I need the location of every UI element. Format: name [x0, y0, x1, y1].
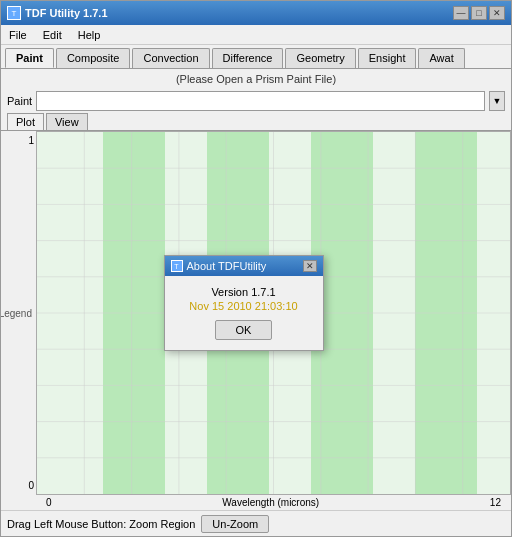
- content-area: (Please Open a Prism Paint File) Paint ▼…: [1, 68, 511, 536]
- menubar: File Edit Help: [1, 25, 511, 45]
- tab-difference[interactable]: Difference: [212, 48, 284, 68]
- legend: Legend: [3, 308, 34, 319]
- menu-edit[interactable]: Edit: [39, 28, 66, 42]
- app-icon: T: [7, 6, 21, 20]
- plot-area[interactable]: T About TDFUtility ✕ Version 1.7.1 Nov 1…: [36, 131, 511, 495]
- main-tabs: Paint Composite Convection Difference Ge…: [1, 45, 511, 68]
- y-axis-max: 1: [3, 135, 34, 146]
- paint-dropdown[interactable]: ▼: [489, 91, 505, 111]
- paint-label: Paint: [7, 95, 32, 107]
- title-bar: T TDF Utility 1.7.1 — □ ✕: [1, 1, 511, 25]
- dialog-content: Version 1.7.1 Nov 15 2010 21:03:10 OK: [165, 276, 323, 350]
- about-dialog: T About TDFUtility ✕ Version 1.7.1 Nov 1…: [164, 255, 324, 351]
- tab-paint[interactable]: Paint: [5, 48, 54, 68]
- dialog-date: Nov 15 2010 21:03:10: [175, 300, 313, 312]
- y-axis: 1 Legend 0: [1, 131, 36, 495]
- paint-row: Paint ▼: [1, 89, 511, 113]
- close-button[interactable]: ✕: [489, 6, 505, 20]
- status-bar: Drag Left Mouse Button: Zoom Region Un-Z…: [1, 510, 511, 536]
- main-window: T TDF Utility 1.7.1 — □ ✕ File Edit Help…: [0, 0, 512, 537]
- minimize-button[interactable]: —: [453, 6, 469, 20]
- title-controls: — □ ✕: [453, 6, 505, 20]
- x-axis-title: Wavelength (microns): [222, 497, 319, 508]
- paint-input[interactable]: [36, 91, 485, 111]
- dialog-version: Version 1.7.1: [175, 286, 313, 298]
- subtab-plot[interactable]: Plot: [7, 113, 44, 130]
- dialog-title-left: T About TDFUtility: [171, 260, 267, 272]
- file-status: (Please Open a Prism Paint File): [1, 69, 511, 89]
- tab-composite[interactable]: Composite: [56, 48, 131, 68]
- x-axis-max: 12: [490, 497, 501, 508]
- dialog-titlebar: T About TDFUtility ✕: [165, 256, 323, 276]
- tab-geometry[interactable]: Geometry: [285, 48, 355, 68]
- dialog-icon: T: [171, 260, 183, 272]
- x-axis-row: 0 Wavelength (microns) 12: [1, 495, 511, 510]
- window-title: TDF Utility 1.7.1: [25, 7, 108, 19]
- dialog-close-button[interactable]: ✕: [303, 260, 317, 272]
- x-axis-min: 0: [46, 497, 52, 508]
- dialog-ok-button[interactable]: OK: [215, 320, 273, 340]
- dialog-title-text: About TDFUtility: [187, 260, 267, 272]
- subtab-view[interactable]: View: [46, 113, 88, 130]
- zoom-status-text: Drag Left Mouse Button: Zoom Region: [7, 518, 195, 530]
- menu-file[interactable]: File: [5, 28, 31, 42]
- y-axis-min: 0: [3, 480, 34, 491]
- title-bar-left: T TDF Utility 1.7.1: [7, 6, 108, 20]
- legend-label: Legend: [1, 308, 32, 319]
- tab-convection[interactable]: Convection: [132, 48, 209, 68]
- tab-ensight[interactable]: Ensight: [358, 48, 417, 68]
- tab-awat[interactable]: Awat: [418, 48, 464, 68]
- unzoom-button[interactable]: Un-Zoom: [201, 515, 269, 533]
- subtabs: Plot View: [1, 113, 511, 130]
- menu-help[interactable]: Help: [74, 28, 105, 42]
- maximize-button[interactable]: □: [471, 6, 487, 20]
- x-axis-labels: 0 Wavelength (microns) 12: [42, 497, 505, 508]
- plot-container: 1 Legend 0: [1, 130, 511, 495]
